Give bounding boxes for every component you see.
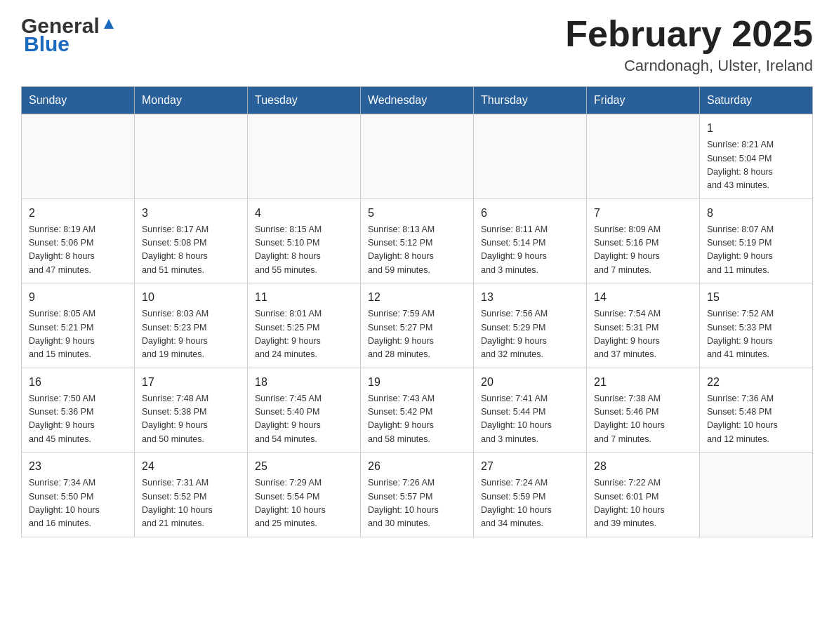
calendar-cell: 28Sunrise: 7:22 AMSunset: 6:01 PMDayligh…: [587, 452, 700, 537]
calendar-week-row: 23Sunrise: 7:34 AMSunset: 5:50 PMDayligh…: [22, 452, 813, 537]
day-number: 20: [481, 374, 579, 391]
calendar-cell: 3Sunrise: 8:17 AMSunset: 5:08 PMDaylight…: [135, 199, 248, 283]
day-number: 28: [594, 458, 692, 475]
calendar-cell: 1Sunrise: 8:21 AMSunset: 5:04 PMDaylight…: [700, 114, 813, 199]
day-header-thursday: Thursday: [474, 87, 587, 114]
day-header-sunday: Sunday: [22, 87, 135, 114]
calendar-cell: 12Sunrise: 7:59 AMSunset: 5:27 PMDayligh…: [361, 283, 474, 368]
day-number: 8: [707, 205, 805, 222]
calendar-cell: 25Sunrise: 7:29 AMSunset: 5:54 PMDayligh…: [248, 452, 361, 537]
day-number: 16: [29, 374, 127, 391]
day-number: 1: [707, 120, 805, 137]
day-number: 4: [255, 205, 353, 222]
calendar-header-row: SundayMondayTuesdayWednesdayThursdayFrid…: [22, 87, 813, 114]
logo-blue-text: Blue: [21, 32, 70, 56]
day-info: Sunrise: 7:43 AMSunset: 5:42 PMDaylight:…: [368, 392, 466, 447]
calendar-week-row: 9Sunrise: 8:05 AMSunset: 5:21 PMDaylight…: [22, 283, 813, 368]
day-number: 18: [255, 374, 353, 391]
day-info: Sunrise: 8:01 AMSunset: 5:25 PMDaylight:…: [255, 307, 353, 362]
subtitle: Carndonagh, Ulster, Ireland: [565, 57, 813, 75]
day-info: Sunrise: 8:09 AMSunset: 5:16 PMDaylight:…: [594, 223, 692, 278]
title-area: February 2025 Carndonagh, Ulster, Irelan…: [565, 14, 813, 75]
day-info: Sunrise: 7:38 AMSunset: 5:46 PMDaylight:…: [594, 392, 692, 447]
day-info: Sunrise: 8:19 AMSunset: 5:06 PMDaylight:…: [29, 223, 127, 278]
day-info: Sunrise: 8:13 AMSunset: 5:12 PMDaylight:…: [368, 223, 466, 278]
day-info: Sunrise: 7:34 AMSunset: 5:50 PMDaylight:…: [29, 476, 127, 531]
calendar-cell: 23Sunrise: 7:34 AMSunset: 5:50 PMDayligh…: [22, 452, 135, 537]
day-info: Sunrise: 8:17 AMSunset: 5:08 PMDaylight:…: [142, 223, 240, 278]
logo-triangle-icon: [101, 16, 117, 32]
calendar-cell: 27Sunrise: 7:24 AMSunset: 5:59 PMDayligh…: [474, 452, 587, 537]
day-header-friday: Friday: [587, 87, 700, 114]
day-number: 10: [142, 289, 240, 306]
calendar-cell: 24Sunrise: 7:31 AMSunset: 5:52 PMDayligh…: [135, 452, 248, 537]
calendar-cell: 7Sunrise: 8:09 AMSunset: 5:16 PMDaylight…: [587, 199, 700, 283]
day-info: Sunrise: 8:03 AMSunset: 5:23 PMDaylight:…: [142, 307, 240, 362]
calendar-cell: 2Sunrise: 8:19 AMSunset: 5:06 PMDaylight…: [22, 199, 135, 283]
calendar-cell: [135, 114, 248, 199]
day-number: 2: [29, 205, 127, 222]
calendar-week-row: 2Sunrise: 8:19 AMSunset: 5:06 PMDaylight…: [22, 199, 813, 283]
page-title: February 2025: [565, 14, 813, 54]
day-number: 27: [481, 458, 579, 475]
calendar-week-row: 16Sunrise: 7:50 AMSunset: 5:36 PMDayligh…: [22, 368, 813, 452]
day-number: 17: [142, 374, 240, 391]
calendar-cell: 9Sunrise: 8:05 AMSunset: 5:21 PMDaylight…: [22, 283, 135, 368]
calendar-cell: 15Sunrise: 7:52 AMSunset: 5:33 PMDayligh…: [700, 283, 813, 368]
day-info: Sunrise: 7:31 AMSunset: 5:52 PMDaylight:…: [142, 476, 240, 531]
calendar-cell: 26Sunrise: 7:26 AMSunset: 5:57 PMDayligh…: [361, 452, 474, 537]
day-info: Sunrise: 7:59 AMSunset: 5:27 PMDaylight:…: [368, 307, 466, 362]
calendar-cell: 16Sunrise: 7:50 AMSunset: 5:36 PMDayligh…: [22, 368, 135, 452]
calendar-cell: [361, 114, 474, 199]
calendar-cell: 11Sunrise: 8:01 AMSunset: 5:25 PMDayligh…: [248, 283, 361, 368]
calendar-cell: 20Sunrise: 7:41 AMSunset: 5:44 PMDayligh…: [474, 368, 587, 452]
day-info: Sunrise: 7:54 AMSunset: 5:31 PMDaylight:…: [594, 307, 692, 362]
header: General Blue February 2025 Carndonagh, U…: [21, 14, 813, 75]
calendar-week-row: 1Sunrise: 8:21 AMSunset: 5:04 PMDaylight…: [22, 114, 813, 199]
day-info: Sunrise: 7:22 AMSunset: 6:01 PMDaylight:…: [594, 476, 692, 531]
calendar-cell: 17Sunrise: 7:48 AMSunset: 5:38 PMDayligh…: [135, 368, 248, 452]
day-number: 19: [368, 374, 466, 391]
day-number: 23: [29, 458, 127, 475]
day-number: 12: [368, 289, 466, 306]
day-number: 11: [255, 289, 353, 306]
day-info: Sunrise: 7:24 AMSunset: 5:59 PMDaylight:…: [481, 476, 579, 531]
day-number: 15: [707, 289, 805, 306]
day-info: Sunrise: 7:48 AMSunset: 5:38 PMDaylight:…: [142, 392, 240, 447]
day-info: Sunrise: 7:26 AMSunset: 5:57 PMDaylight:…: [368, 476, 466, 531]
day-info: Sunrise: 7:52 AMSunset: 5:33 PMDaylight:…: [707, 307, 805, 362]
day-number: 5: [368, 205, 466, 222]
day-info: Sunrise: 8:15 AMSunset: 5:10 PMDaylight:…: [255, 223, 353, 278]
svg-marker-0: [104, 19, 114, 29]
logo-area: General Blue: [21, 14, 117, 56]
calendar-cell: 21Sunrise: 7:38 AMSunset: 5:46 PMDayligh…: [587, 368, 700, 452]
day-info: Sunrise: 7:36 AMSunset: 5:48 PMDaylight:…: [707, 392, 805, 447]
calendar-table: SundayMondayTuesdayWednesdayThursdayFrid…: [21, 86, 813, 537]
day-header-wednesday: Wednesday: [361, 87, 474, 114]
calendar-cell: [22, 114, 135, 199]
day-number: 24: [142, 458, 240, 475]
day-info: Sunrise: 8:05 AMSunset: 5:21 PMDaylight:…: [29, 307, 127, 362]
day-number: 26: [368, 458, 466, 475]
day-header-monday: Monday: [135, 87, 248, 114]
calendar-cell: [248, 114, 361, 199]
calendar-cell: 13Sunrise: 7:56 AMSunset: 5:29 PMDayligh…: [474, 283, 587, 368]
calendar-cell: 18Sunrise: 7:45 AMSunset: 5:40 PMDayligh…: [248, 368, 361, 452]
day-info: Sunrise: 8:07 AMSunset: 5:19 PMDaylight:…: [707, 223, 805, 278]
day-info: Sunrise: 8:21 AMSunset: 5:04 PMDaylight:…: [707, 138, 805, 193]
day-info: Sunrise: 7:45 AMSunset: 5:40 PMDaylight:…: [255, 392, 353, 447]
day-header-saturday: Saturday: [700, 87, 813, 114]
day-info: Sunrise: 7:29 AMSunset: 5:54 PMDaylight:…: [255, 476, 353, 531]
day-header-tuesday: Tuesday: [248, 87, 361, 114]
calendar-cell: 8Sunrise: 8:07 AMSunset: 5:19 PMDaylight…: [700, 199, 813, 283]
day-number: 14: [594, 289, 692, 306]
day-info: Sunrise: 8:11 AMSunset: 5:14 PMDaylight:…: [481, 223, 579, 278]
calendar-cell: 6Sunrise: 8:11 AMSunset: 5:14 PMDaylight…: [474, 199, 587, 283]
day-number: 7: [594, 205, 692, 222]
calendar-cell: [587, 114, 700, 199]
calendar-cell: 19Sunrise: 7:43 AMSunset: 5:42 PMDayligh…: [361, 368, 474, 452]
calendar-cell: 14Sunrise: 7:54 AMSunset: 5:31 PMDayligh…: [587, 283, 700, 368]
calendar-cell: 22Sunrise: 7:36 AMSunset: 5:48 PMDayligh…: [700, 368, 813, 452]
calendar-cell: [700, 452, 813, 537]
calendar-cell: 10Sunrise: 8:03 AMSunset: 5:23 PMDayligh…: [135, 283, 248, 368]
